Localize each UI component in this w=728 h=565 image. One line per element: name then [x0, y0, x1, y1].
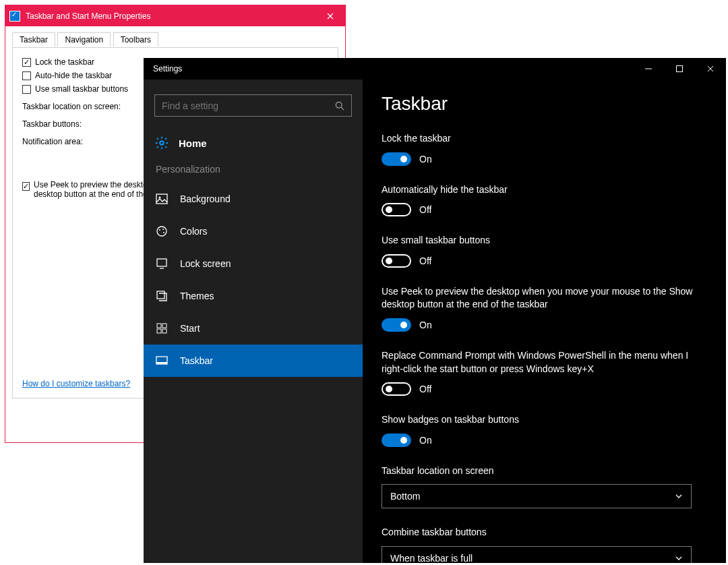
dropdown-value: When taskbar is full [390, 553, 473, 563]
titlebar[interactable]: Taskbar and Start Menu Properties [5, 5, 345, 26]
checkbox-icon [22, 58, 31, 67]
home-link[interactable]: Home [144, 131, 363, 164]
checkbox-icon [22, 71, 31, 80]
start-icon [156, 322, 168, 334]
svg-rect-14 [162, 329, 166, 333]
toggle-state: Off [419, 384, 431, 394]
toggle-state: Off [419, 256, 431, 266]
badges-toggle[interactable] [382, 434, 411, 447]
checkbox-label: Use small taskbar buttons [35, 84, 128, 94]
sidebar-item-themes[interactable]: Themes [144, 280, 363, 312]
tab-taskbar[interactable]: Taskbar [12, 32, 55, 47]
maximize-button[interactable] [664, 58, 695, 80]
combine-dropdown[interactable]: When taskbar is full [382, 546, 692, 563]
sidebar-item-label: Themes [180, 291, 214, 301]
lock-screen-icon [156, 258, 168, 270]
checkbox-icon [22, 85, 31, 94]
svg-point-8 [163, 232, 164, 233]
setting-label: Use small taskbar buttons [382, 234, 707, 247]
svg-point-5 [157, 227, 166, 236]
lock-taskbar-toggle[interactable] [382, 152, 411, 166]
section-title: Personalization [144, 164, 363, 183]
search-box[interactable] [154, 94, 352, 117]
picture-icon [156, 193, 168, 205]
sidebar-item-label: Background [180, 194, 231, 204]
content-pane: Taskbar Lock the taskbar On Automaticall… [363, 80, 726, 563]
settings-titlebar[interactable]: Settings [144, 58, 726, 80]
tab-navigation[interactable]: Navigation [57, 32, 111, 47]
svg-rect-0 [677, 66, 683, 72]
help-link[interactable]: How do I customize taskbars? [22, 379, 130, 388]
setting-label: Lock the taskbar [382, 132, 707, 146]
toggle-state: On [419, 435, 432, 446]
powershell-toggle[interactable] [382, 382, 411, 396]
settings-body: Home Personalization Background Colors L… [144, 80, 726, 563]
tab-strip: Taskbar Navigation Toolbars [12, 32, 338, 48]
sidebar-item-label: Start [180, 323, 200, 334]
sidebar: Home Personalization Background Colors L… [144, 80, 363, 563]
autohide-toggle[interactable] [382, 203, 411, 216]
toggle-state: On [419, 320, 432, 330]
lock-taskbar-setting: Lock the taskbar On [382, 132, 707, 166]
setting-label: Combine taskbar buttons [382, 526, 707, 539]
sidebar-item-taskbar[interactable]: Taskbar [144, 345, 363, 377]
svg-rect-3 [156, 194, 167, 204]
themes-icon [156, 290, 168, 302]
sidebar-item-lock-screen[interactable]: Lock screen [144, 247, 363, 280]
dropdown-value: Bottom [390, 491, 420, 502]
svg-point-4 [159, 197, 161, 199]
page-title: Taskbar [382, 93, 707, 115]
checkbox-label: Auto-hide the taskbar [35, 71, 112, 80]
location-dropdown[interactable]: Bottom [382, 484, 692, 508]
setting-label: Show badges on taskbar buttons [382, 413, 707, 427]
peek-toggle[interactable] [382, 318, 411, 332]
search-icon [335, 101, 344, 111]
autohide-setting: Automatically hide the taskbar Off [382, 183, 707, 217]
small-buttons-toggle[interactable] [382, 254, 411, 268]
setting-label: Use Peek to preview the desktop when you… [382, 285, 707, 311]
app-title: Settings [144, 64, 633, 73]
home-label: Home [179, 138, 207, 149]
close-button[interactable] [695, 58, 726, 80]
checkbox-icon [22, 182, 30, 191]
sidebar-item-start[interactable]: Start [144, 312, 363, 345]
svg-point-1 [336, 102, 342, 108]
palette-icon [156, 225, 168, 237]
chevron-down-icon [675, 492, 683, 500]
sidebar-item-colors[interactable]: Colors [144, 215, 363, 247]
svg-rect-10 [157, 291, 164, 299]
small-buttons-setting: Use small taskbar buttons Off [382, 234, 707, 268]
tab-toolbars[interactable]: Toolbars [113, 32, 158, 47]
search-input[interactable] [162, 100, 335, 111]
setting-label: Taskbar location on screen [382, 465, 707, 478]
setting-label: Automatically hide the taskbar [382, 183, 707, 197]
app-icon [9, 11, 20, 22]
combine-setting: Combine taskbar buttons When taskbar is … [382, 526, 707, 563]
sidebar-item-label: Taskbar [180, 355, 213, 366]
setting-label: Replace Command Prompt with Windows Powe… [382, 349, 707, 376]
minimize-button[interactable] [633, 58, 664, 80]
svg-rect-9 [157, 259, 166, 266]
toggle-state: Off [419, 204, 431, 215]
settings-window: Settings Home Personalizatio [144, 58, 726, 563]
svg-rect-16 [156, 362, 167, 364]
svg-rect-12 [162, 324, 166, 328]
svg-point-7 [162, 229, 164, 230]
gear-icon [154, 136, 169, 150]
taskbar-icon [156, 355, 168, 367]
sidebar-item-background[interactable]: Background [144, 183, 363, 215]
chevron-down-icon [675, 554, 683, 562]
toggle-state: On [419, 154, 432, 165]
powershell-setting: Replace Command Prompt with Windows Powe… [382, 349, 707, 396]
checkbox-label: Lock the taskbar [35, 57, 94, 67]
badges-setting: Show badges on taskbar buttons On [382, 413, 707, 447]
sidebar-item-label: Lock screen [180, 258, 231, 269]
close-button[interactable] [315, 5, 345, 26]
svg-rect-13 [157, 329, 161, 333]
peek-setting: Use Peek to preview the desktop when you… [382, 285, 707, 332]
sidebar-item-label: Colors [180, 226, 207, 237]
location-setting: Taskbar location on screen Bottom [382, 465, 707, 509]
svg-point-6 [159, 229, 160, 231]
svg-point-2 [160, 141, 164, 145]
svg-rect-11 [157, 324, 161, 328]
